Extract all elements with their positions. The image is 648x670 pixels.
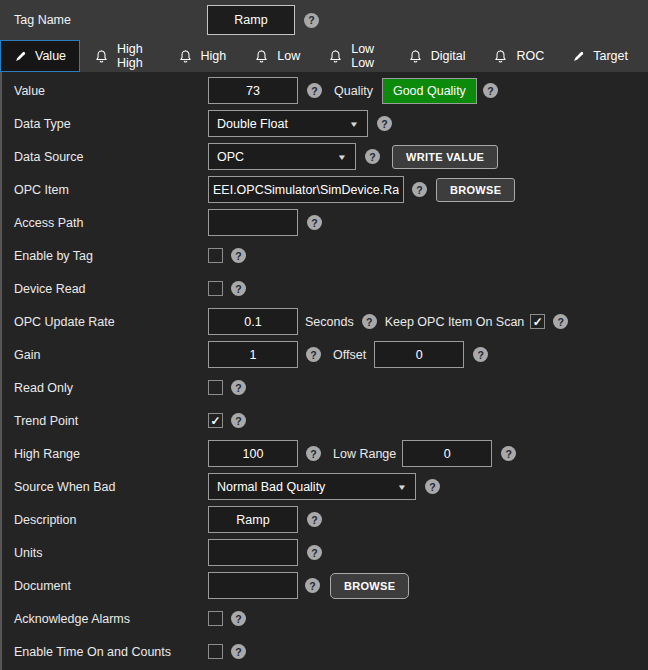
high-range-input[interactable] xyxy=(208,440,298,467)
tab-digital[interactable]: Digital xyxy=(394,40,480,72)
write-value-button[interactable]: WRITE VALUE xyxy=(392,145,498,169)
data-source-select[interactable]: OPC ▼ xyxy=(208,143,356,170)
gain-label: Gain xyxy=(14,348,208,362)
trend-point-label: Trend Point xyxy=(14,414,208,428)
tab-label: Low xyxy=(277,49,300,63)
help-icon[interactable]: ? xyxy=(483,83,498,98)
row-units: Units ? xyxy=(14,536,648,569)
help-icon[interactable]: ? xyxy=(231,248,246,263)
help-icon[interactable]: ? xyxy=(231,281,246,296)
help-icon[interactable]: ? xyxy=(231,413,246,428)
tag-name-label: Tag Name xyxy=(14,13,207,27)
low-range-label: Low Range xyxy=(333,447,396,461)
acknowledge-alarms-label: Acknowledge Alarms xyxy=(14,612,208,626)
access-path-label: Access Path xyxy=(14,216,208,230)
keep-opc-item-on-scan-checkbox[interactable]: ✓ xyxy=(530,314,545,329)
bell-icon xyxy=(254,49,269,64)
read-only-checkbox[interactable] xyxy=(208,380,223,395)
pen-icon xyxy=(572,50,585,63)
tab-label: Target xyxy=(593,49,628,63)
help-icon[interactable]: ? xyxy=(231,380,246,395)
tab-value[interactable]: Value xyxy=(0,40,80,72)
help-icon[interactable]: ? xyxy=(306,446,321,461)
device-read-checkbox[interactable] xyxy=(208,281,223,296)
tab-label: Value xyxy=(35,49,66,63)
tab-label: High High xyxy=(117,42,149,70)
help-icon[interactable]: ? xyxy=(307,512,322,527)
access-path-input[interactable] xyxy=(208,209,298,236)
help-icon[interactable]: ? xyxy=(365,149,380,164)
help-icon[interactable]: ? xyxy=(306,347,321,362)
row-gain: Gain ? Offset ? xyxy=(14,338,648,371)
keep-opc-item-on-scan-label: Keep OPC Item On Scan xyxy=(385,315,525,329)
tab-label: ROC xyxy=(516,49,544,63)
enable-time-on-counts-label: Enable Time On and Counts xyxy=(14,645,208,659)
bell-icon xyxy=(408,49,423,64)
chevron-down-icon: ▼ xyxy=(337,152,347,161)
opc-item-input[interactable] xyxy=(208,176,404,203)
help-icon[interactable]: ? xyxy=(473,347,488,362)
row-enable-time-on-counts: Enable Time On and Counts ? xyxy=(14,635,648,668)
tab-low[interactable]: Low xyxy=(240,40,314,72)
opc-update-rate-input[interactable] xyxy=(208,308,298,335)
source-when-bad-selected-value: Normal Bad Quality xyxy=(217,480,325,494)
document-label: Document xyxy=(14,579,208,593)
tab-low-low[interactable]: Low Low xyxy=(314,40,394,72)
help-icon[interactable]: ? xyxy=(307,215,322,230)
tab-roc[interactable]: ROC xyxy=(479,40,558,72)
value-input[interactable] xyxy=(208,77,298,104)
tab-high-high[interactable]: High High xyxy=(80,40,163,72)
row-opc-update-rate: OPC Update Rate Seconds ? Keep OPC Item … xyxy=(14,305,648,338)
row-enable-by-tag: Enable by Tag ? xyxy=(14,239,648,272)
trend-point-checkbox[interactable]: ✓ xyxy=(208,413,223,428)
opc-update-rate-label: OPC Update Rate xyxy=(14,315,208,329)
left-scroll-strip[interactable] xyxy=(0,72,2,670)
units-input[interactable] xyxy=(208,539,298,566)
help-icon[interactable]: ? xyxy=(362,314,377,329)
help-icon[interactable]: ? xyxy=(307,545,322,560)
read-only-label: Read Only xyxy=(14,381,208,395)
help-icon[interactable]: ? xyxy=(412,182,427,197)
acknowledge-alarms-checkbox[interactable] xyxy=(208,611,223,626)
description-input[interactable] xyxy=(208,506,298,533)
document-browse-button[interactable]: BROWSE xyxy=(330,573,409,599)
tab-label: High xyxy=(201,49,227,63)
row-high-range: High Range ? Low Range ? xyxy=(14,437,648,470)
units-label: Units xyxy=(14,546,208,560)
help-icon[interactable]: ? xyxy=(231,644,246,659)
opc-item-browse-button[interactable]: BROWSE xyxy=(436,178,515,202)
data-type-label: Data Type xyxy=(14,117,208,131)
enable-time-on-counts-checkbox[interactable] xyxy=(208,644,223,659)
tag-name-input[interactable] xyxy=(207,5,295,35)
seconds-label: Seconds xyxy=(305,315,354,329)
help-icon[interactable]: ? xyxy=(304,13,319,28)
help-icon[interactable]: ? xyxy=(501,446,516,461)
enable-by-tag-checkbox[interactable] xyxy=(208,248,223,263)
help-icon[interactable]: ? xyxy=(307,83,322,98)
description-label: Description xyxy=(14,513,208,527)
opc-item-label: OPC Item xyxy=(14,183,208,197)
gain-input[interactable] xyxy=(208,341,298,368)
help-icon[interactable]: ? xyxy=(425,479,440,494)
document-input[interactable] xyxy=(208,572,298,599)
row-data-type: Data Type Double Float ▼ ? xyxy=(14,107,648,140)
tag-settings-form: Value ? Quality Good Quality ? Data Type… xyxy=(0,72,648,668)
tab-target[interactable]: Target xyxy=(558,40,642,72)
help-icon[interactable]: ? xyxy=(231,611,246,626)
help-icon[interactable]: ? xyxy=(305,578,320,593)
data-source-label: Data Source xyxy=(14,150,208,164)
source-when-bad-select[interactable]: Normal Bad Quality ▼ xyxy=(208,473,416,500)
device-read-label: Device Read xyxy=(14,282,208,296)
check-icon: ✓ xyxy=(533,316,543,328)
data-type-select[interactable]: Double Float ▼ xyxy=(208,110,368,137)
help-icon[interactable]: ? xyxy=(553,314,568,329)
offset-input[interactable] xyxy=(374,341,464,368)
offset-label: Offset xyxy=(333,348,366,362)
row-device-read: Device Read ? xyxy=(14,272,648,305)
row-trend-point: Trend Point ✓ ? xyxy=(14,404,648,437)
check-icon: ✓ xyxy=(210,415,220,427)
row-description: Description ? xyxy=(14,503,648,536)
tab-high[interactable]: High xyxy=(164,40,241,72)
low-range-input[interactable] xyxy=(402,440,492,467)
help-icon[interactable]: ? xyxy=(377,116,392,131)
